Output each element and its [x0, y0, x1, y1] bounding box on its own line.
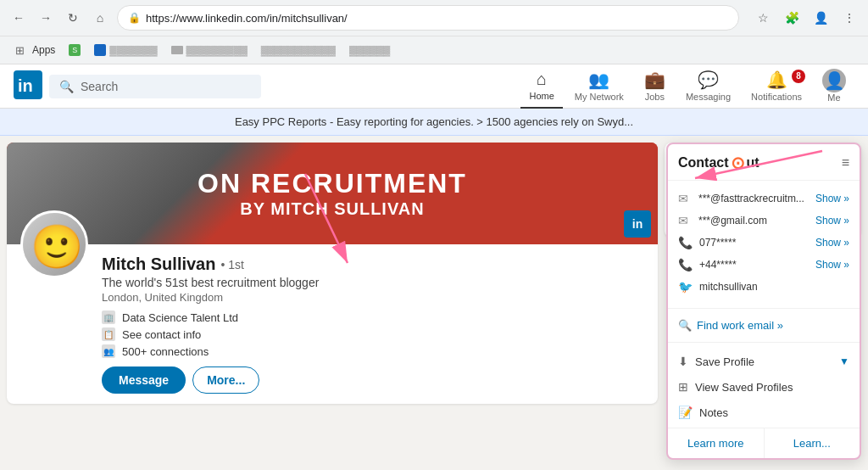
apps-bookmark[interactable]: ⊞ Apps: [7, 39, 58, 61]
learn-more-button[interactable]: Learn more: [668, 428, 765, 458]
bookmark2-icon: [94, 44, 106, 56]
svg-text:in: in: [18, 76, 33, 95]
profile-location: London, United Kingdom: [102, 291, 644, 304]
co-email1-show[interactable]: Show »: [815, 193, 849, 204]
apps-grid-icon: ⊞: [10, 41, 29, 59]
view-saved-btn[interactable]: ⊞ View Saved Profiles: [678, 377, 849, 397]
extension-button[interactable]: 🧩: [780, 6, 804, 30]
bookmark-4[interactable]: ▓▓▓▓▓▓▓▓▓▓▓: [258, 43, 339, 57]
notes-icon: 📝: [678, 406, 693, 419]
contact-info-label: See contact info: [122, 328, 201, 341]
linkedin-logo[interactable]: in: [14, 70, 42, 103]
banner-title: ON RECRUITMENT: [198, 168, 467, 199]
linkedin-page: in 🔍 Search ⌂ Home 👥 My Network 💼 Jobs: [0, 64, 868, 411]
bookmark3-icon: [171, 46, 183, 54]
address-bar[interactable]: 🔒 https://www.linkedin.com/in/mitchsulli…: [117, 5, 739, 31]
bookmark-star-button[interactable]: ☆: [751, 6, 775, 30]
more-button[interactable]: More...: [192, 366, 259, 394]
browser-top-bar: ← → ↻ ⌂ 🔒 https://www.linkedin.com/in/mi…: [0, 0, 868, 36]
bookmark4-label: ▓▓▓▓▓▓▓▓▓▓▓: [261, 45, 336, 55]
network-icon: 👥: [588, 70, 609, 90]
profile-info-area: 🙂 Mitch Sullivan • 1st The world's 51st …: [7, 244, 658, 404]
lock-icon: 🔒: [128, 12, 141, 24]
save-profile-label: Save Profile: [695, 355, 832, 368]
notifications-icon: 🔔: [766, 70, 787, 90]
save-dropdown-icon: ▼: [839, 355, 849, 367]
contactout-header: Contact ⊙ ut ≡: [668, 144, 860, 181]
company-name: Data Science Talent Ltd: [122, 311, 238, 324]
nav-messaging-label: Messaging: [686, 92, 731, 102]
co-email1-value: ***@fasttrackrecruitm...: [698, 193, 809, 204]
co-phone2-item: 📞 +44***** Show »: [668, 254, 860, 276]
connections-count: 500+ connections: [122, 345, 209, 358]
profile-banner: ON RECRUITMENT BY MITCH SULLIVAN in: [7, 143, 658, 244]
refresh-button[interactable]: ↻: [61, 6, 85, 30]
browser-nav-buttons: ← → ↻ ⌂: [7, 6, 112, 30]
contact-info-item[interactable]: 📋 See contact info: [102, 327, 238, 341]
co-logo-suffix: ut: [747, 155, 760, 171]
profile-details: Mitch Sullivan • 1st The world's 51st be…: [102, 255, 644, 394]
connections-icon: 👥: [102, 344, 115, 358]
nav-me-label: Me: [827, 92, 840, 103]
message-button[interactable]: Message: [102, 366, 186, 394]
co-email2-show[interactable]: Show »: [815, 215, 849, 227]
contactout-menu-button[interactable]: ≡: [842, 155, 849, 171]
find-email-search-icon: 🔍: [678, 319, 692, 332]
co-twitter-value: mitchsullivan: [699, 281, 849, 293]
nav-notifications-label: Notifications: [751, 92, 802, 102]
save-profile-btn[interactable]: ⬇ Save Profile ▼: [678, 351, 849, 372]
co-twitter-icon: 🐦: [678, 280, 693, 294]
nav-network[interactable]: 👥 My Network: [566, 64, 632, 109]
search-bar[interactable]: 🔍 Search: [49, 75, 261, 98]
bookmark-sheets[interactable]: S: [65, 42, 84, 58]
contactout-logo: Contact ⊙ ut: [678, 153, 760, 173]
ad-text: Easy PPC Reports - Easy reporting for ag…: [235, 115, 633, 128]
bookmark-2[interactable]: ▓▓▓▓▓▓▓: [91, 42, 160, 58]
avatar: 👤: [822, 69, 846, 92]
nav-me[interactable]: 👤 Me: [814, 64, 854, 109]
notes-btn[interactable]: 📝 Notes: [678, 402, 849, 422]
home-button[interactable]: ⌂: [88, 6, 112, 30]
linkedin-header: in 🔍 Search ⌂ Home 👥 My Network 💼 Jobs: [0, 64, 868, 109]
co-email1-item: ✉ ***@fasttrackrecruitm... Show »: [668, 187, 860, 210]
banner-subtitle: BY MITCH SULLIVAN: [198, 199, 467, 219]
co-phone2-show[interactable]: Show »: [815, 259, 849, 271]
sheets-icon: S: [69, 44, 81, 56]
nav-home[interactable]: ⌂ Home: [520, 64, 562, 109]
co-actions: ⬇ Save Profile ▼ ⊞ View Saved Profiles 📝…: [668, 346, 860, 428]
jobs-icon: 💼: [644, 70, 665, 90]
profile-button[interactable]: 👤: [809, 6, 832, 30]
nav-notifications[interactable]: 🔔 Notifications 8: [743, 64, 810, 109]
bookmark-3[interactable]: ▓▓▓▓▓▓▓▓▓: [168, 43, 251, 57]
learn-more2-button[interactable]: Learn...: [765, 428, 860, 458]
co-email2-item: ✉ ***@gmail.com Show »: [668, 210, 860, 232]
linkedin-nav: ⌂ Home 👥 My Network 💼 Jobs 💬 Messaging 🔔: [520, 64, 854, 109]
degree-badge: • 1st: [220, 258, 243, 271]
nav-jobs[interactable]: 💼 Jobs: [636, 64, 674, 109]
co-phone1-icon: 📞: [678, 236, 693, 249]
search-icon: 🔍: [59, 80, 74, 93]
co-find-email[interactable]: 🔍 Find work email »: [668, 312, 860, 339]
banner-text: ON RECRUITMENT BY MITCH SULLIVAN: [198, 168, 467, 219]
save-icon: ⬇: [678, 355, 688, 368]
bookmark3-label: ▓▓▓▓▓▓▓▓▓: [186, 45, 248, 55]
company-info: 🏢 Data Science Talent Ltd 📋 See contact …: [102, 311, 238, 358]
corner-in-text: in: [632, 217, 643, 231]
forward-button[interactable]: →: [34, 6, 58, 30]
connections-item[interactable]: 👥 500+ connections: [102, 344, 238, 358]
co-phone1-show[interactable]: Show »: [815, 237, 849, 249]
back-button[interactable]: ←: [7, 6, 31, 30]
co-phone1-item: 📞 077***** Show »: [668, 232, 860, 254]
profile-name-text: Mitch Sullivan: [102, 255, 215, 274]
view-saved-icon: ⊞: [678, 380, 688, 394]
co-contact-list: ✉ ***@fasttrackrecruitm... Show » ✉ ***@…: [668, 181, 860, 305]
profile-row: 🏢 Data Science Talent Ltd 📋 See contact …: [102, 311, 644, 358]
co-phone2-value: +44*****: [699, 259, 809, 271]
find-email-label: Find work email »: [697, 319, 783, 332]
view-saved-label: View Saved Profiles: [695, 381, 849, 394]
menu-button[interactable]: ⋮: [837, 6, 861, 30]
linkedin-content: ON RECRUITMENT BY MITCH SULLIVAN in: [0, 136, 868, 411]
nav-messaging[interactable]: 💬 Messaging: [677, 64, 739, 109]
bookmark-5[interactable]: ▓▓▓▓▓▓: [346, 43, 393, 57]
bookmark2-label: ▓▓▓▓▓▓▓: [109, 45, 157, 55]
